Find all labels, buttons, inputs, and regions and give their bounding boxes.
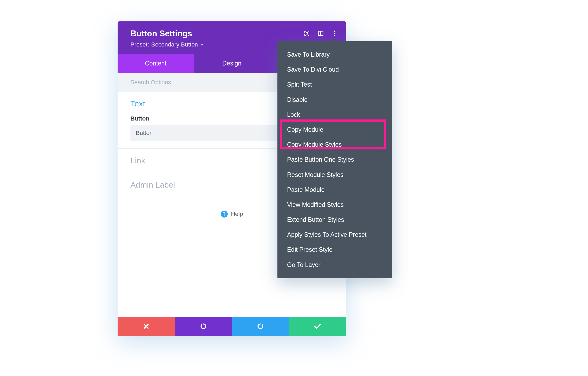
menu-edit-preset-style[interactable]: Edit Preset Style <box>277 242 392 257</box>
context-menu: Save To Library Save To Divi Cloud Split… <box>277 41 392 278</box>
help-icon: ? <box>221 211 228 218</box>
menu-apply-styles-to-active-preset[interactable]: Apply Styles To Active Preset <box>277 227 392 242</box>
menu-split-test[interactable]: Split Test <box>277 77 392 92</box>
undo-icon <box>200 323 207 330</box>
close-icon <box>143 323 149 330</box>
check-icon <box>314 323 321 329</box>
menu-paste-button-one-styles[interactable]: Paste Button One Styles <box>277 152 392 167</box>
redo-icon <box>257 323 264 330</box>
tab-design[interactable]: Design <box>194 54 270 73</box>
menu-copy-module-styles[interactable]: Copy Module Styles <box>277 137 392 152</box>
svg-rect-0 <box>306 33 308 34</box>
menu-extend-button-styles[interactable]: Extend Button Styles <box>277 212 392 227</box>
svg-point-3 <box>334 31 335 32</box>
menu-copy-module[interactable]: Copy Module <box>277 122 392 137</box>
expand-icon[interactable] <box>303 30 310 37</box>
preset-prefix: Preset: <box>130 41 149 48</box>
menu-paste-module[interactable]: Paste Module <box>277 182 392 197</box>
tab-content[interactable]: Content <box>118 54 194 73</box>
panel-icon[interactable] <box>317 30 324 37</box>
svg-point-4 <box>334 33 335 34</box>
menu-go-to-layer[interactable]: Go To Layer <box>277 257 392 272</box>
menu-disable[interactable]: Disable <box>277 92 392 107</box>
header-icon-group <box>303 30 338 37</box>
menu-save-to-library[interactable]: Save To Library <box>277 47 392 62</box>
redo-button[interactable] <box>232 317 289 336</box>
save-button[interactable] <box>289 317 346 336</box>
menu-reset-module-styles[interactable]: Reset Module Styles <box>277 167 392 182</box>
menu-lock[interactable]: Lock <box>277 107 392 122</box>
undo-button[interactable] <box>175 317 232 336</box>
help-label: Help <box>231 211 243 218</box>
svg-point-5 <box>334 35 335 36</box>
more-icon[interactable] <box>331 30 338 37</box>
menu-view-modified-styles[interactable]: View Modified Styles <box>277 197 392 212</box>
preset-name: Secondary Button <box>151 41 198 48</box>
cancel-button[interactable] <box>118 317 175 336</box>
menu-save-to-divi-cloud[interactable]: Save To Divi Cloud <box>277 62 392 77</box>
modal-footer <box>118 317 346 336</box>
chevron-down-icon <box>200 44 203 46</box>
